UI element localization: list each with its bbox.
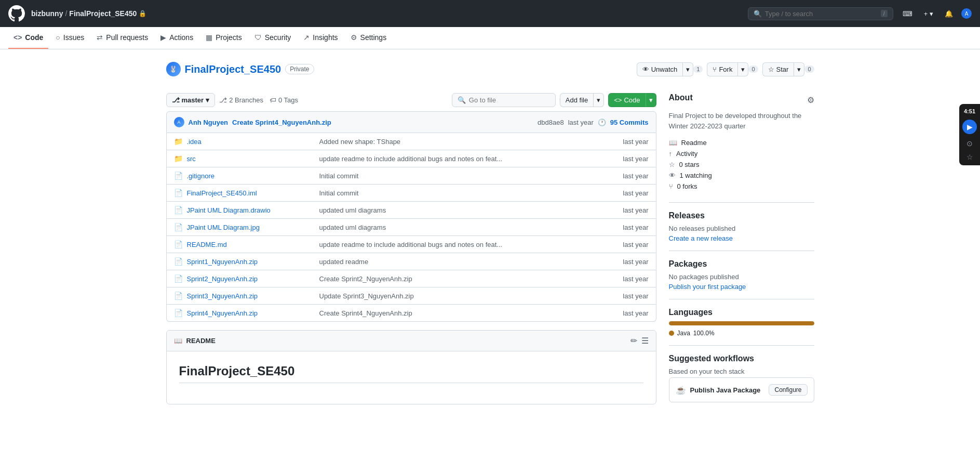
commit-bar-left: A Anh Nguyen Create Sprint4_NguyenAnh.zi… (174, 117, 331, 127)
file-link[interactable]: README.md (187, 241, 227, 248)
commits-link[interactable]: 95 Commits (610, 119, 649, 126)
breadcrumb-user[interactable]: bizbunny (31, 9, 63, 18)
tab-settings[interactable]: ⚙ Settings (345, 27, 392, 49)
tab-issues[interactable]: ○ Issues (50, 27, 89, 49)
file-link[interactable]: Sprint3_NguyenAnh.zip (187, 292, 258, 300)
file-link[interactable]: JPaint UML Diagram.jpg (187, 224, 260, 231)
search-bar[interactable]: 🔍 / (748, 7, 893, 20)
projects-icon: ▦ (206, 33, 212, 42)
edit-readme-button[interactable]: ✏ (630, 336, 637, 346)
readme-section: 📖 README ✏ ☰ FinalProject_SE450 (166, 330, 656, 404)
tab-code[interactable]: <> Code (8, 27, 48, 49)
search-input[interactable] (765, 10, 878, 18)
divider (669, 299, 814, 299)
about-section: About ⚙ Final Project to be developed th… (669, 93, 814, 192)
fork-button[interactable]: ⑂ Fork (707, 62, 737, 76)
workflow-card: ☕ Publish Java Package Configure (669, 377, 814, 402)
tab-pull-requests[interactable]: ⇄ Pull requests (91, 27, 153, 49)
create-release-link[interactable]: Create a new release (669, 234, 733, 242)
media-time: 4:51 (964, 108, 975, 114)
breadcrumb: bizbunny / FinalProject_SE450 🔒 (31, 9, 146, 18)
file-icon: 📄 (174, 274, 183, 283)
file-link[interactable]: FinalProject_SE450.iml (187, 189, 257, 197)
github-logo[interactable] (8, 5, 25, 22)
media-play-button[interactable]: ▶ (962, 120, 977, 134)
tags-link[interactable]: 🏷 0 Tags (270, 96, 298, 104)
files-column: ⎇ master ▾ ⎇ 2 Branches 🏷 0 Tags 🔍 t (166, 93, 656, 404)
publish-package-link[interactable]: Publish your first package (669, 283, 746, 291)
tab-insights[interactable]: ↗ Insights (298, 27, 343, 49)
unwatch-button[interactable]: 👁 Unwatch (637, 62, 683, 76)
tab-projects[interactable]: ▦ Projects (200, 27, 247, 49)
commit-author[interactable]: Anh Nguyen (189, 119, 229, 126)
media-icon-1[interactable]: ⊙ (966, 139, 973, 148)
book-icon: 📖 (669, 139, 677, 147)
readme-heading: FinalProject_SE450 (179, 364, 643, 383)
readme-header: 📖 README ✏ ☰ (167, 331, 656, 351)
user-avatar[interactable]: A (961, 8, 972, 19)
chevron-down-icon: ▾ (206, 96, 209, 104)
file-row: 📄 Sprint3_NguyenAnh.zip Update Sprint3_N… (167, 287, 656, 304)
file-date: last year (597, 172, 649, 180)
repo-name[interactable]: FinalProject_SE450 (185, 63, 281, 75)
search-icon: 🔍 (754, 10, 762, 18)
about-gear-button[interactable]: ⚙ (807, 95, 814, 105)
settings-icon: ⚙ (351, 33, 357, 42)
readme-link[interactable]: 📖 Readme (669, 137, 814, 148)
history-icon: 🕐 (598, 119, 606, 126)
java-lang-name: Java (677, 330, 690, 337)
star-button[interactable]: ☆ Star (762, 62, 794, 76)
workflows-title: Suggested workflows (669, 354, 814, 363)
forks-link[interactable]: ⑂ 0 forks (669, 181, 814, 192)
file-icon: 📄 (174, 189, 183, 197)
languages-bar (669, 321, 814, 325)
star-dropdown[interactable]: ▾ (794, 62, 804, 76)
java-lang-percent: 100.0% (693, 330, 715, 337)
star-group: ☆ Star ▾ 0 (762, 62, 814, 76)
file-link[interactable]: .idea (187, 138, 202, 146)
lock-icon: 🔒 (139, 10, 146, 17)
go-to-file[interactable]: 🔍 t (452, 93, 556, 107)
file-row: 📁 .idea Added new shape: TShape last yea… (167, 133, 656, 150)
unwatch-dropdown[interactable]: ▾ (682, 62, 693, 76)
commit-message[interactable]: Create Sprint4_NguyenAnh.zip (232, 119, 331, 126)
terminal-button[interactable]: ⌨ (900, 8, 916, 20)
java-workflow-icon: ☕ (676, 385, 686, 395)
configure-workflow-button[interactable]: Configure (769, 384, 807, 396)
top-nav: bizbunny / FinalProject_SE450 🔒 🔍 / ⌨ + … (0, 0, 980, 27)
tab-actions[interactable]: ▶ Actions (155, 27, 198, 49)
stars-link[interactable]: ☆ 0 stars (669, 159, 814, 170)
breadcrumb-repo[interactable]: FinalProject_SE450 (69, 9, 137, 18)
file-link[interactable]: Sprint4_NguyenAnh.zip (187, 309, 258, 317)
notification-button[interactable]: 🔔 (942, 8, 956, 20)
list-readme-button[interactable]: ☰ (641, 336, 649, 346)
file-link[interactable]: .gitignore (187, 172, 214, 180)
tab-security[interactable]: 🛡 Security (249, 27, 297, 49)
add-button[interactable]: + ▾ (921, 8, 936, 20)
languages-title: Languages (669, 308, 814, 317)
file-link[interactable]: src (187, 155, 196, 163)
watching-link[interactable]: 👁 1 watching (669, 170, 814, 181)
media-icon-2[interactable]: ☆ (966, 153, 973, 161)
branch-selector[interactable]: ⎇ master ▾ (166, 93, 216, 107)
divider (669, 202, 814, 203)
branch-icon: ⎇ (172, 96, 180, 104)
file-link[interactable]: JPaint UML Diagram.drawio (187, 206, 271, 214)
packages-title: Packages (669, 259, 814, 269)
add-file-dropdown[interactable]: ▾ (593, 93, 604, 107)
unwatch-group: 👁 Unwatch ▾ 1 (637, 62, 703, 76)
add-file-button[interactable]: Add file (560, 93, 593, 107)
branches-link[interactable]: ⎇ 2 Branches (219, 96, 263, 104)
file-link[interactable]: Sprint2_NguyenAnh.zip (187, 275, 258, 283)
workflows-subtitle: Based on your tech stack (669, 368, 814, 375)
code-button[interactable]: <> Code (608, 93, 645, 107)
file-row: 📄 Sprint1_NguyenAnh.zip updated readme l… (167, 253, 656, 270)
activity-link[interactable]: ↑ Activity (669, 148, 814, 159)
java-lang-dot (669, 331, 674, 336)
file-link[interactable]: Sprint1_NguyenAnh.zip (187, 258, 258, 266)
search-shortcut: / (881, 10, 888, 17)
fork-dropdown[interactable]: ▾ (737, 62, 748, 76)
code-dropdown[interactable]: ▾ (646, 93, 656, 107)
file-search-input[interactable] (469, 96, 556, 104)
about-title: About (669, 93, 693, 102)
